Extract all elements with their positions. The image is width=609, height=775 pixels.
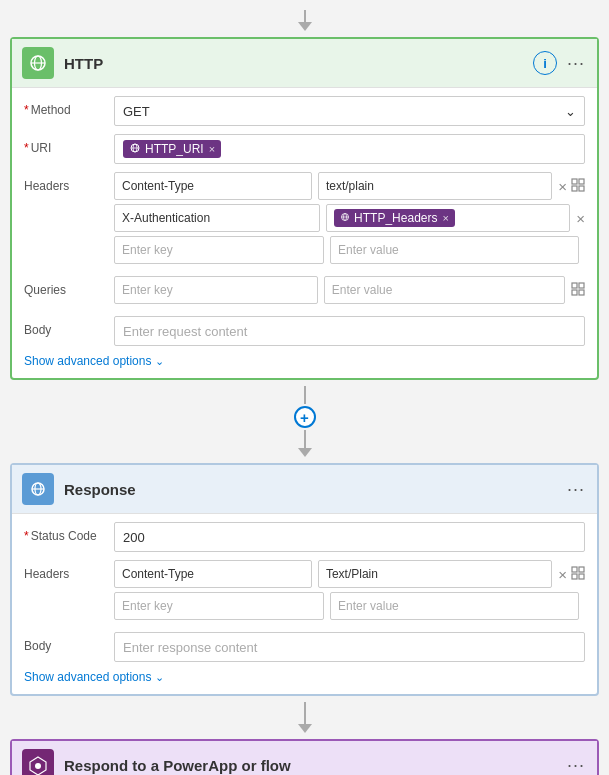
queries-key[interactable]: Enter key: [114, 276, 318, 304]
uri-tag-icon: [129, 142, 141, 156]
header-row1-remove[interactable]: ×: [558, 179, 567, 194]
header-val-1[interactable]: text/plain: [318, 172, 552, 200]
status-code-input[interactable]: 200: [114, 522, 585, 552]
queries-row: Queries Enter key Enter value: [24, 276, 585, 308]
powerapp-card: Respond to a PowerApp or flow ··· Enter …: [10, 739, 599, 775]
svg-rect-15: [572, 290, 577, 295]
response-body-field[interactable]: Enter response content: [114, 632, 585, 662]
response-header-row-2: Enter key Enter value: [114, 592, 585, 620]
svg-rect-21: [579, 567, 584, 572]
powerapp-more-button[interactable]: ···: [565, 755, 587, 776]
method-select[interactable]: GET ⌄: [114, 96, 585, 126]
svg-rect-8: [572, 186, 577, 191]
response-headers-content: Content-Type Text/Plain × Ent: [114, 560, 585, 624]
headers-tag-icon: [340, 212, 350, 224]
body-input[interactable]: Enter request content: [114, 316, 585, 346]
headers-row: Headers Content-Type text/plain ×: [24, 172, 585, 268]
svg-rect-9: [579, 186, 584, 191]
uri-field[interactable]: HTTP_URI ×: [114, 134, 585, 164]
svg-rect-13: [572, 283, 577, 288]
header-val-3[interactable]: Enter value: [330, 236, 579, 264]
response-advanced-label: Show advanced options: [24, 670, 151, 684]
body-placeholder: Enter request content: [123, 324, 247, 339]
svg-rect-23: [579, 574, 584, 579]
http-more-button[interactable]: ···: [565, 53, 587, 74]
middle-connector: +: [294, 382, 316, 461]
method-field[interactable]: GET ⌄: [114, 96, 585, 126]
svg-rect-22: [572, 574, 577, 579]
powerapp-card-header: Respond to a PowerApp or flow ···: [12, 741, 597, 775]
http-headers-tag: HTTP_Headers ×: [334, 209, 455, 227]
headers-tag-label: HTTP_Headers: [354, 211, 437, 225]
body-label: Body: [24, 316, 114, 337]
status-code-value: 200: [123, 530, 145, 545]
header-key-2[interactable]: X-Authentication: [114, 204, 320, 232]
uri-label: *URI: [24, 134, 114, 155]
response-header-key-1[interactable]: Content-Type: [114, 560, 312, 588]
headers-label: Headers: [24, 172, 114, 193]
response-header-row1-remove[interactable]: ×: [558, 567, 567, 582]
response-title: Response: [64, 481, 565, 498]
response-headers-label: Headers: [24, 560, 114, 581]
response-header-row-1: Content-Type Text/Plain ×: [114, 560, 585, 588]
method-chevron-icon: ⌄: [565, 104, 576, 119]
add-step-button[interactable]: +: [294, 406, 316, 428]
status-required-star: *: [24, 529, 29, 543]
http-info-button[interactable]: i: [533, 51, 557, 75]
response-header-val-1[interactable]: Text/Plain: [318, 560, 552, 588]
svg-rect-6: [572, 179, 577, 184]
connector-arrow: [298, 22, 312, 31]
queries-input-row: Enter key Enter value: [114, 276, 585, 304]
queries-value[interactable]: Enter value: [324, 276, 565, 304]
connector-line-mid-bot: [304, 430, 306, 448]
header-row-1: Content-Type text/plain ×: [114, 172, 585, 200]
header-val-2[interactable]: HTTP_Headers ×: [326, 204, 570, 232]
header-row1-actions: ×: [558, 178, 585, 195]
response-body-input[interactable]: Enter response content: [114, 632, 585, 662]
body-row: Body Enter request content: [24, 316, 585, 346]
response-advanced-toggle[interactable]: Show advanced options ⌄: [24, 670, 585, 684]
header-key-1[interactable]: Content-Type: [114, 172, 312, 200]
header-row1-grid[interactable]: [571, 178, 585, 195]
uri-input[interactable]: HTTP_URI ×: [114, 134, 585, 164]
svg-rect-14: [579, 283, 584, 288]
svg-rect-16: [579, 290, 584, 295]
response-advanced-chevron-icon: ⌄: [155, 671, 164, 684]
response-more-button[interactable]: ···: [565, 479, 587, 500]
http-header-actions: i ···: [533, 51, 587, 75]
uri-tag-label: HTTP_URI: [145, 142, 204, 156]
status-code-field[interactable]: 200: [114, 522, 585, 552]
header-row2-actions: ×: [576, 211, 585, 226]
connector-arrow-mid: [298, 448, 312, 457]
powerapp-title: Respond to a PowerApp or flow: [64, 757, 565, 774]
queries-actions: [571, 282, 585, 299]
header-row-2: X-Authentication HTTP_Headers × ×: [114, 204, 585, 232]
header-row2-remove[interactable]: ×: [576, 211, 585, 226]
uri-required-star: *: [24, 141, 29, 155]
http-title: HTTP: [64, 55, 533, 72]
http-advanced-toggle[interactable]: Show advanced options ⌄: [24, 354, 585, 368]
uri-tag-close[interactable]: ×: [209, 143, 215, 155]
bottom-connector: [298, 698, 312, 737]
response-body-placeholder: Enter response content: [123, 640, 257, 655]
http-advanced-label: Show advanced options: [24, 354, 151, 368]
connector-line: [304, 10, 306, 22]
connector-line-bot-top: [304, 702, 306, 724]
header-key-3[interactable]: Enter key: [114, 236, 324, 264]
http-advanced-chevron-icon: ⌄: [155, 355, 164, 368]
body-field[interactable]: Enter request content: [114, 316, 585, 346]
response-header-val-2[interactable]: Enter value: [330, 592, 579, 620]
status-code-row: *Status Code 200: [24, 522, 585, 552]
powerapp-header-icon: [22, 749, 54, 775]
response-card: Response ··· *Status Code 200 Headers: [10, 463, 599, 696]
queries-label: Queries: [24, 276, 114, 297]
response-header-actions: ···: [565, 479, 587, 500]
response-card-header: Response ···: [12, 465, 597, 514]
status-code-label: *Status Code: [24, 522, 114, 543]
headers-tag-close[interactable]: ×: [442, 212, 448, 224]
response-body-label: Body: [24, 632, 114, 653]
response-header-row1-grid[interactable]: [571, 566, 585, 583]
response-header-key-2[interactable]: Enter key: [114, 592, 324, 620]
queries-grid[interactable]: [571, 282, 585, 299]
response-header-row1-actions: ×: [558, 566, 585, 583]
